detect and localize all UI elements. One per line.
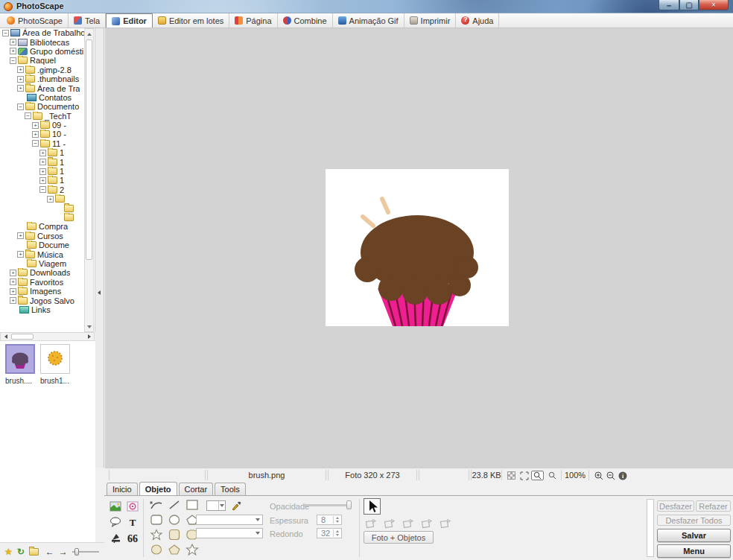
tree-item[interactable]: +Grupo domésti xyxy=(0,47,95,56)
ellipse-icon[interactable] xyxy=(167,514,182,526)
menu-tab-página[interactable]: Página xyxy=(229,13,277,28)
rounded-rectangle-icon[interactable] xyxy=(149,514,164,526)
minimize-button[interactable]: – xyxy=(659,0,679,10)
info-icon[interactable]: i xyxy=(618,471,627,480)
tree-item[interactable]: Links xyxy=(0,305,95,314)
refresh-icon[interactable]: ↻ xyxy=(17,547,25,556)
clipart-icon[interactable] xyxy=(126,500,139,512)
tree-item[interactable]: Compra xyxy=(0,222,95,231)
collapse-icon[interactable]: − xyxy=(17,104,24,110)
expand-icon[interactable]: + xyxy=(17,66,24,73)
star-icon[interactable] xyxy=(149,529,164,541)
tree-item[interactable]: +1 xyxy=(0,157,95,166)
expand-icon[interactable]: + xyxy=(17,85,24,92)
line-icon[interactable] xyxy=(167,499,182,511)
expand-icon[interactable]: + xyxy=(10,270,16,276)
expand-icon[interactable]: + xyxy=(17,251,24,258)
tree-item[interactable]: +09 - xyxy=(0,121,95,130)
star-outline-icon[interactable] xyxy=(185,544,200,556)
thumbnail-1[interactable] xyxy=(5,344,35,374)
fill-color-combo[interactable] xyxy=(196,528,263,538)
tree-horizontal-scrollbar[interactable] xyxy=(0,332,95,341)
tree-item[interactable]: −11 - xyxy=(0,139,95,148)
menu-tab-combine[interactable]: Combine xyxy=(278,13,333,28)
filled-rounded-square-icon[interactable] xyxy=(167,529,182,541)
panel-splitter[interactable] xyxy=(95,28,104,468)
back-arrow-icon[interactable]: ← xyxy=(45,547,54,556)
select-cursor-button[interactable] xyxy=(364,498,381,515)
freehand-icon[interactable] xyxy=(149,499,164,511)
expand-icon[interactable]: + xyxy=(10,288,16,295)
menu-tab-imprimir[interactable]: Imprimir xyxy=(404,13,457,28)
undo-button[interactable]: Desfazer xyxy=(657,500,694,512)
tree-item[interactable]: −2 xyxy=(0,185,95,194)
tree-item[interactable]: +1 xyxy=(0,176,95,185)
collapse-icon[interactable]: − xyxy=(32,140,39,147)
tree-item[interactable]: −_TechT xyxy=(0,112,95,121)
tree-vertical-scrollbar[interactable] xyxy=(84,28,94,332)
tree-item[interactable] xyxy=(0,213,95,222)
tree-item[interactable]: +Música xyxy=(0,249,95,258)
tree-item[interactable]: +Bibliotecas xyxy=(0,37,95,46)
photo-image[interactable] xyxy=(326,169,509,326)
expand-icon[interactable]: + xyxy=(39,159,46,165)
zoom-window-button[interactable] xyxy=(531,471,544,480)
menu-tab-photoscape[interactable]: PhotoScape xyxy=(1,13,69,28)
free-transform-icon[interactable] xyxy=(402,518,415,529)
forward-arrow-icon[interactable]: → xyxy=(59,547,68,556)
expand-icon[interactable]: + xyxy=(10,279,16,285)
tree-item[interactable]: +1 xyxy=(0,167,95,176)
menu-button[interactable]: Menu xyxy=(657,544,731,558)
line-color-dropdown[interactable] xyxy=(206,500,226,511)
open-folder-icon[interactable] xyxy=(29,548,39,556)
rotate-object-icon[interactable] xyxy=(383,518,396,529)
tab-cortar[interactable]: Cortar xyxy=(179,483,214,496)
thumbnail-size-slider[interactable] xyxy=(72,547,99,556)
tree-item[interactable]: Docume xyxy=(0,241,95,249)
menu-tab-editor[interactable]: Editor xyxy=(106,13,153,28)
filled-ellipse-icon[interactable] xyxy=(149,544,164,556)
expand-icon[interactable]: + xyxy=(39,177,46,184)
tree-scrollbar-thumb[interactable] xyxy=(86,39,92,260)
stamp-icon[interactable] xyxy=(109,532,122,544)
close-button[interactable]: × xyxy=(699,0,729,10)
editor-canvas[interactable] xyxy=(105,28,733,468)
select-object-icon[interactable] xyxy=(364,518,378,529)
collapse-icon[interactable]: − xyxy=(2,30,9,36)
collapse-panel-icon[interactable] xyxy=(98,290,101,295)
expand-icon[interactable]: + xyxy=(10,39,16,45)
tab-objeto[interactable]: Objeto xyxy=(139,482,177,495)
expand-icon[interactable]: + xyxy=(47,196,54,203)
photo-objects-button[interactable]: Foto + Objetos xyxy=(364,531,434,544)
tree-item[interactable] xyxy=(0,203,95,212)
rectangle-icon[interactable] xyxy=(185,499,200,511)
scroll-right-icon[interactable] xyxy=(88,334,91,339)
menu-tab-editor-em-lotes[interactable]: Editor em lotes xyxy=(153,13,229,28)
opacity-slider[interactable] xyxy=(304,504,352,506)
expand-icon[interactable]: + xyxy=(39,150,46,156)
tree-item[interactable]: + xyxy=(0,194,95,203)
tree-item[interactable]: +Jogos Salvo xyxy=(0,296,95,305)
undo-all-button[interactable]: Desfazer Todos xyxy=(657,515,731,526)
redo-button[interactable]: Refazer xyxy=(696,500,731,512)
zoom-in-icon[interactable] xyxy=(594,471,603,480)
menu-tab-ajuda[interactable]: Ajuda xyxy=(456,13,499,28)
tree-item[interactable]: −Área de Trabalho xyxy=(0,28,95,37)
tree-item[interactable]: +Downloads xyxy=(0,268,95,277)
tree-item[interactable]: +.thumbnails xyxy=(0,74,95,83)
tree-item[interactable]: +1 xyxy=(0,148,95,157)
menu-tab-animação-gif[interactable]: Animação Gif xyxy=(333,13,404,28)
expand-icon[interactable]: + xyxy=(32,122,39,129)
expand-icon[interactable]: + xyxy=(10,297,16,304)
favorite-star-icon[interactable]: ★ xyxy=(4,547,13,556)
expand-icon[interactable]: + xyxy=(32,131,39,138)
scroll-left-icon[interactable] xyxy=(4,334,7,339)
text-icon[interactable]: T xyxy=(126,516,139,528)
save-button[interactable]: Salvar xyxy=(657,529,731,542)
magnifier-icon[interactable] xyxy=(548,471,557,480)
tree-item[interactable]: +Favoritos xyxy=(0,278,95,287)
tree-item[interactable]: −Documento xyxy=(0,102,95,111)
transparency-checker-icon[interactable] xyxy=(507,471,515,480)
tab-tools[interactable]: Tools xyxy=(215,483,246,496)
expand-icon[interactable]: + xyxy=(17,76,24,83)
